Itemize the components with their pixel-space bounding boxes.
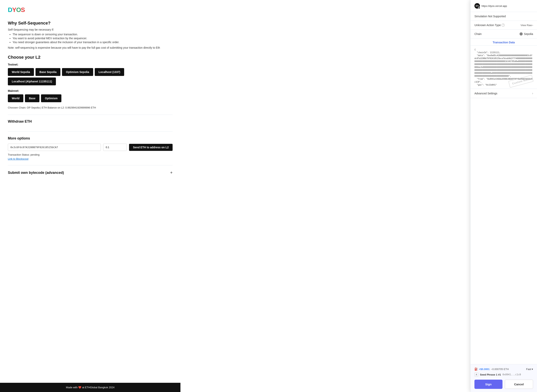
advanced-settings-row[interactable]: Advanced Settings › bbox=[471, 89, 537, 98]
mainnet-base-btn[interactable]: Base bbox=[25, 94, 39, 102]
spacer bbox=[471, 98, 537, 364]
action-type-label: Unknown Action Type ? bbox=[474, 23, 505, 27]
bullet-1: The sequencer is down or censoring your … bbox=[13, 33, 173, 36]
chain-value-text: Sepolia bbox=[524, 32, 533, 36]
chevron-down-icon: ▾ bbox=[532, 368, 533, 371]
seed-phrase-icon: A bbox=[474, 373, 478, 377]
wallet-logo-text: DY bbox=[476, 5, 479, 7]
withdraw-section: Withdraw ETH bbox=[8, 115, 173, 131]
logo-y: Y bbox=[12, 6, 16, 13]
action-type-text: Unknown Action Type bbox=[474, 23, 501, 27]
tx-data-content: { "chainId": 11155111, "data": "0xe9e05c… bbox=[471, 46, 537, 89]
wallet-logo: DY bbox=[474, 3, 480, 9]
mainnet-optimism-btn[interactable]: Optimism bbox=[41, 94, 62, 102]
logo-d: D bbox=[8, 6, 12, 13]
testnet-world-sepolia-btn[interactable]: World Sepolia bbox=[8, 68, 34, 76]
view-raw-text: View Raw bbox=[521, 24, 532, 27]
chain-dot-icon bbox=[519, 32, 523, 36]
cancel-button[interactable]: Cancel bbox=[505, 380, 533, 389]
choose-title: Choose your L2 bbox=[8, 55, 173, 60]
chain-status: Choosen Chain: OP Sepolia | ETH Balance … bbox=[8, 106, 173, 109]
seed-phrase-name: Seed Phrase 1 #1 bbox=[480, 373, 501, 376]
chevron-right-icon: › bbox=[532, 24, 533, 27]
mainnet-label: Mainnet: bbox=[8, 89, 173, 92]
wallet-logo-badge bbox=[478, 7, 480, 9]
why-title: Why Self-Sequence? bbox=[8, 21, 173, 26]
gas-info: ⛽ <$0.0001 ~0.000705 ETH bbox=[474, 368, 509, 371]
testnet-base-sepolia-btn[interactable]: Base Sepolia bbox=[36, 68, 60, 76]
gas-row: ⛽ <$0.0001 ~0.000705 ETH Fast ▾ bbox=[474, 368, 533, 371]
logo-s: S bbox=[21, 6, 25, 13]
seed-phrase-address: 0x8941...c1c0 bbox=[502, 373, 521, 376]
tx-data-section: Transaction Data { "chainId": 11155111, … bbox=[471, 38, 537, 89]
wallet-url: https://dyos.vercel.app bbox=[481, 5, 507, 7]
testnet-label: Testnet: bbox=[8, 63, 173, 66]
amount-input[interactable] bbox=[103, 144, 127, 151]
logo: DYOS bbox=[8, 6, 173, 14]
testnet-localhost-alphanet-btn[interactable]: Localhost (Alphanet 11155111) bbox=[8, 78, 56, 85]
bullet-2: You want to avoid potential MEV extracti… bbox=[13, 37, 173, 40]
sign-button[interactable]: Sign bbox=[474, 380, 502, 389]
testnet-optimism-sepolia-btn[interactable]: Optimism Sepolia bbox=[62, 68, 93, 76]
footer-text: Made with ❤️ at ETHGlobal Bangkok 2024 bbox=[66, 386, 114, 389]
main-content: DYOS Why Self-Sequence? Self-Sequencing … bbox=[0, 0, 181, 392]
more-options-row: Send ETH to address on L2 bbox=[8, 144, 173, 151]
advanced-settings-label: Advanced Settings bbox=[474, 92, 497, 95]
gas-speed-text: Fast bbox=[526, 368, 531, 371]
testnet-buttons: World Sepolia Base Sepolia Optimism Sepo… bbox=[8, 68, 173, 85]
gas-eth: ~0.000705 ETH bbox=[491, 368, 509, 371]
footer: Made with ❤️ at ETHGlobal Bangkok 2024 bbox=[0, 383, 181, 392]
logo-text: DYOS bbox=[8, 6, 25, 14]
mainnet-world-btn[interactable]: World bbox=[8, 94, 23, 102]
submit-title: Submit own bytecode (advanced) bbox=[8, 171, 64, 175]
chain-label: Chain bbox=[474, 32, 482, 36]
panel-header: DY https://dyos.vercel.app bbox=[471, 0, 537, 12]
note-text: Note: self-sequencing is expensive becau… bbox=[8, 46, 173, 49]
why-desc: Self-Sequencing may be necessary if: bbox=[8, 28, 173, 31]
more-options-title: More options bbox=[8, 136, 173, 140]
bullet-list: The sequencer is down or censoring your … bbox=[8, 33, 173, 44]
heart-icon: ❤️ bbox=[78, 386, 81, 389]
tx-data-title: Transaction Data bbox=[471, 38, 537, 46]
testnet-localhost-1337-btn[interactable]: Localhost (1337) bbox=[95, 68, 124, 76]
question-mark-icon[interactable]: ? bbox=[501, 23, 505, 27]
gas-pump-icon: ⛽ bbox=[474, 368, 478, 371]
action-buttons: Sign Cancel bbox=[474, 380, 533, 389]
bullet-3: You need stronger guarantees about the i… bbox=[13, 41, 173, 44]
wallet-panel: DY https://dyos.vercel.app Simulation No… bbox=[470, 0, 537, 392]
logo-o: O bbox=[16, 6, 21, 13]
chain-value: Sepolia bbox=[519, 32, 533, 36]
panel-footer: ⛽ <$0.0001 ~0.000705 ETH Fast ▾ A Seed P… bbox=[471, 364, 537, 392]
blockscout-link[interactable]: Link to Blockscout bbox=[8, 157, 28, 160]
action-type-row: Unknown Action Type ? View Raw › bbox=[471, 21, 537, 30]
sim-not-supported-text: Simulation Not Supported bbox=[474, 15, 506, 18]
simulation-not-supported: Simulation Not Supported bbox=[471, 12, 537, 21]
mainnet-buttons: World Base Optimism bbox=[8, 94, 173, 102]
more-options-section: More options Send ETH to address on L2 T… bbox=[8, 131, 173, 165]
gas-speed-selector[interactable]: Fast ▾ bbox=[526, 368, 533, 371]
seed-phrase-row: A Seed Phrase 1 #1 0x8941...c1c0 bbox=[474, 373, 533, 377]
plus-icon[interactable]: + bbox=[170, 170, 173, 175]
tx-status: Transaction Status: pending bbox=[8, 153, 173, 156]
submit-section: Submit own bytecode (advanced) + bbox=[8, 165, 173, 180]
chevron-right-advanced-icon: › bbox=[532, 92, 533, 95]
withdraw-title: Withdraw ETH bbox=[8, 120, 173, 124]
address-input[interactable] bbox=[8, 144, 101, 151]
chain-row: Chain Sepolia bbox=[471, 30, 537, 38]
gas-cost: <$0.0001 bbox=[479, 368, 490, 371]
view-raw-link[interactable]: View Raw › bbox=[521, 24, 533, 27]
send-eth-button[interactable]: Send ETH to address on L2 bbox=[129, 144, 173, 151]
